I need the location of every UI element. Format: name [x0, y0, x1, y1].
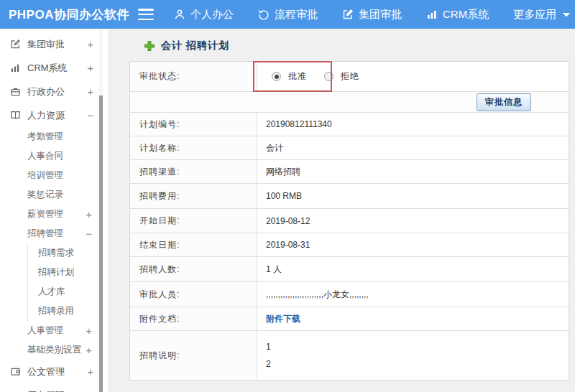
- end-date-value: 2019-08-31: [257, 233, 569, 256]
- nav-crm-system[interactable]: CRM系统: [426, 8, 489, 22]
- approval-info-button[interactable]: 审批信息: [477, 93, 531, 111]
- headcount-value: 1 人: [257, 257, 569, 281]
- recruit-cost-label: 招聘费用:: [130, 184, 257, 208]
- recruit-channel-value: 网络招聘: [257, 160, 569, 183]
- headcount-label: 招聘人数:: [130, 257, 257, 281]
- top-bar: PHPOA协同办公软件 个人办公 流程审批: [0, 0, 575, 29]
- sidebar: 集团审批 + CRM系统 + 行政办公 + 人力资源 − 考勤管理 人事合同: [0, 29, 108, 392]
- history-icon: [258, 9, 270, 20]
- plan-number-label: 计划编号:: [130, 113, 257, 136]
- approvers-label: 审批人员:: [130, 282, 257, 307]
- description-label: 招聘说明:: [130, 331, 257, 380]
- recruit-channel-label: 招聘渠道:: [130, 160, 257, 183]
- sidebar-item-crm[interactable]: CRM系统 +: [0, 56, 108, 80]
- document-icon: [10, 366, 21, 377]
- row-start-date: 开始日期: 2019-08-12: [130, 209, 569, 233]
- start-date-label: 开始日期:: [130, 209, 257, 233]
- main-content: 会计 招聘计划 审批状态: 批准 拒绝 审批信息 计划编号: 201908121…: [108, 29, 575, 392]
- attachment-label: 附件文档:: [130, 307, 257, 330]
- sidebar-item-training[interactable]: 培训管理: [0, 166, 108, 185]
- approval-status-label: 审批状态:: [130, 62, 257, 91]
- row-recruit-channel: 招聘渠道: 网络招聘: [130, 160, 569, 184]
- person-icon: [174, 9, 185, 20]
- caret-down-icon: [563, 12, 570, 17]
- nav-group-approval[interactable]: 集团审批: [342, 8, 402, 22]
- sidebar-item-group-approval[interactable]: 集团审批 +: [0, 32, 108, 56]
- approvers-value: ,,,,,,,,,,,,,,,,,,,,,,,,小龙女,,,,,,,,: [257, 282, 569, 307]
- sidebar-item-recruit-plan[interactable]: 招聘计划: [27, 263, 108, 282]
- row-end-date: 结束日期: 2019-08-31: [130, 233, 569, 257]
- page-title: 会计 招聘计划: [161, 39, 229, 52]
- plan-number-value: 20190812111340: [257, 113, 569, 136]
- top-nav: 个人办公 流程审批 集团审批 CRM系统: [174, 8, 570, 22]
- description-value: 1 2: [257, 331, 569, 380]
- edit-icon: [10, 39, 21, 50]
- row-plan-number: 计划编号: 20190812111340: [130, 113, 569, 136]
- radio-reject-label: 拒绝: [341, 70, 359, 83]
- row-approval-button: 审批信息: [130, 92, 569, 113]
- row-approvers: 审批人员: ,,,,,,,,,,,,,,,,,,,,,,,,小龙女,,,,,,,…: [130, 282, 569, 307]
- sidebar-item-vehicles[interactable]: 用车管理 +: [0, 383, 108, 392]
- sidebar-item-attendance[interactable]: 考勤管理: [0, 127, 108, 146]
- row-description: 招聘说明: 1 2: [130, 331, 569, 380]
- sidebar-item-rewards[interactable]: 奖惩记录: [0, 185, 108, 205]
- row-headcount: 招聘人数: 1 人: [130, 257, 569, 282]
- row-approval-status: 审批状态: 批准 拒绝: [130, 62, 569, 92]
- book-icon: [10, 110, 21, 121]
- recruit-cost-value: 100 RMB: [257, 184, 569, 208]
- radio-approve-label: 批准: [288, 70, 307, 83]
- sidebar-item-talent-pool[interactable]: 人才库: [27, 282, 108, 302]
- radio-approve[interactable]: [272, 72, 281, 81]
- plan-name-value: 会计: [257, 136, 569, 159]
- sidebar-item-recruit-hire[interactable]: 招聘录用: [27, 302, 108, 321]
- app-logo: PHPOA协同办公软件: [0, 6, 138, 23]
- edit-icon: [342, 9, 354, 20]
- nav-personal-office[interactable]: 个人办公: [174, 8, 234, 22]
- row-plan-name: 计划名称: 会计: [130, 136, 569, 160]
- bar-chart-icon: [10, 62, 21, 73]
- menu-toggle-button[interactable]: [138, 9, 154, 20]
- row-recruit-cost: 招聘费用: 100 RMB: [130, 184, 569, 209]
- row-attachment: 附件文档: 附件下载: [130, 307, 569, 331]
- nav-more-apps[interactable]: 更多应用: [513, 8, 570, 22]
- page-header: 会计 招聘计划: [144, 39, 575, 53]
- sidebar-item-recruit-mgmt[interactable]: 招聘管理 −: [0, 224, 108, 243]
- approval-radio-group: 批准 拒绝: [266, 70, 369, 83]
- briefcase-icon: [10, 86, 21, 97]
- bar-chart-icon: [426, 9, 438, 20]
- start-date-value: 2019-08-12: [257, 209, 569, 233]
- sidebar-item-hr-contracts[interactable]: 人事合同: [0, 146, 108, 166]
- sidebar-item-personnel-mgmt[interactable]: 人事管理 +: [0, 321, 108, 340]
- recruit-plan-form: 审批状态: 批准 拒绝 审批信息 计划编号: 20190812111340 计划…: [129, 61, 569, 381]
- attachment-download-link[interactable]: 附件下载: [266, 313, 300, 325]
- add-plus-icon: [144, 40, 155, 52]
- sidebar-item-recruit-demand[interactable]: 招聘需求: [27, 243, 108, 263]
- sidebar-item-human-resources[interactable]: 人力资源 −: [0, 103, 108, 127]
- sidebar-scrollbar-thumb[interactable]: [99, 95, 103, 392]
- sidebar-item-admin-office[interactable]: 行政办公 +: [0, 80, 108, 103]
- sidebar-item-salary[interactable]: 薪资管理 +: [0, 205, 108, 224]
- sidebar-item-base-categories[interactable]: 基础类别设置 +: [0, 340, 108, 360]
- radio-reject[interactable]: [324, 72, 334, 81]
- end-date-label: 结束日期:: [130, 233, 257, 256]
- nav-process-approval[interactable]: 流程审批: [258, 8, 318, 22]
- sidebar-item-documents[interactable]: 公文管理 +: [0, 360, 108, 383]
- plan-name-label: 计划名称:: [130, 136, 257, 159]
